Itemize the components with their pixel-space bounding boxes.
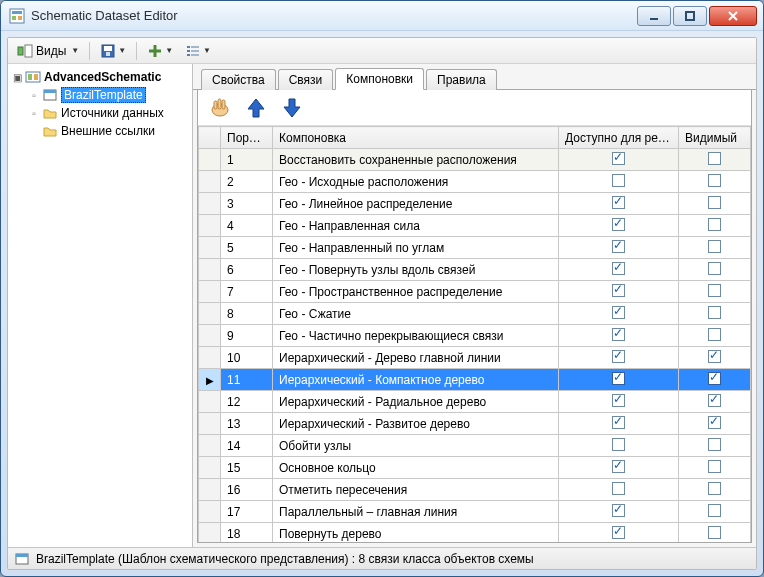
row-selector[interactable] xyxy=(199,523,221,543)
cell-layout-name[interactable]: Гео - Направленная сила xyxy=(273,215,559,237)
row-selector[interactable] xyxy=(199,281,221,303)
cell-visible[interactable] xyxy=(679,325,751,347)
cell-layout-name[interactable]: Параллельный – главная линия xyxy=(273,501,559,523)
close-button[interactable] xyxy=(709,6,757,26)
cell-visible[interactable] xyxy=(679,435,751,457)
minimize-button[interactable] xyxy=(637,6,671,26)
save-button[interactable]: ▼ xyxy=(95,40,131,62)
checkbox[interactable] xyxy=(708,284,721,297)
cell-order[interactable]: 6 xyxy=(221,259,273,281)
checkbox[interactable] xyxy=(708,262,721,275)
checkbox[interactable] xyxy=(612,328,625,341)
collapse-icon[interactable]: ▣ xyxy=(12,72,22,83)
checkbox[interactable] xyxy=(708,306,721,319)
cell-layout-name[interactable]: Отметить пересечения xyxy=(273,479,559,501)
cell-layout-name[interactable]: Иерархический - Развитое дерево xyxy=(273,413,559,435)
checkbox[interactable] xyxy=(612,262,625,275)
checkbox[interactable] xyxy=(612,174,625,187)
table-row[interactable]: 4Гео - Направленная сила xyxy=(199,215,751,237)
checkbox[interactable] xyxy=(612,152,625,165)
cell-editable[interactable] xyxy=(559,501,679,523)
grid-header-selector[interactable] xyxy=(199,127,221,149)
cell-editable[interactable] xyxy=(559,391,679,413)
cell-order[interactable]: 13 xyxy=(221,413,273,435)
row-selector[interactable] xyxy=(199,479,221,501)
row-selector[interactable] xyxy=(199,391,221,413)
cell-layout-name[interactable]: Гео - Исходные расположения xyxy=(273,171,559,193)
checkbox[interactable] xyxy=(708,504,721,517)
tree-root[interactable]: ▣ AdvancedSchematic xyxy=(10,68,190,86)
checkbox[interactable] xyxy=(612,504,625,517)
checkbox[interactable] xyxy=(612,218,625,231)
cell-layout-name[interactable]: Основное кольцо xyxy=(273,457,559,479)
cell-editable[interactable] xyxy=(559,523,679,543)
move-down-button[interactable] xyxy=(278,94,306,122)
row-selector[interactable] xyxy=(199,237,221,259)
cell-editable[interactable] xyxy=(559,259,679,281)
cell-layout-name[interactable]: Гео - Направленный по углам xyxy=(273,237,559,259)
cell-editable[interactable] xyxy=(559,413,679,435)
cell-order[interactable]: 14 xyxy=(221,435,273,457)
row-selector[interactable] xyxy=(199,347,221,369)
checkbox[interactable] xyxy=(708,438,721,451)
cell-layout-name[interactable]: Гео - Частично перекрывающиеся связи xyxy=(273,325,559,347)
row-selector[interactable] xyxy=(199,501,221,523)
checkbox[interactable] xyxy=(612,306,625,319)
row-selector[interactable] xyxy=(199,193,221,215)
cell-visible[interactable] xyxy=(679,501,751,523)
cell-layout-name[interactable]: Гео - Повернуть узлы вдоль связей xyxy=(273,259,559,281)
checkbox[interactable] xyxy=(612,482,625,495)
cell-editable[interactable] xyxy=(559,479,679,501)
cell-visible[interactable] xyxy=(679,479,751,501)
checkbox[interactable] xyxy=(612,526,625,539)
checkbox[interactable] xyxy=(708,240,721,253)
cell-visible[interactable] xyxy=(679,391,751,413)
table-row[interactable]: 12Иерархический - Радиальное дерево xyxy=(199,391,751,413)
checkbox[interactable] xyxy=(708,394,721,407)
checkbox[interactable] xyxy=(708,328,721,341)
cell-order[interactable]: 10 xyxy=(221,347,273,369)
list-button[interactable]: ▼ xyxy=(180,40,216,62)
checkbox[interactable] xyxy=(612,350,625,363)
cell-order[interactable]: 16 xyxy=(221,479,273,501)
cell-layout-name[interactable]: Иерархический - Радиальное дерево xyxy=(273,391,559,413)
cell-editable[interactable] xyxy=(559,347,679,369)
table-row[interactable]: 1Восстановить сохраненные расположения xyxy=(199,149,751,171)
cell-order[interactable]: 8 xyxy=(221,303,273,325)
grid-header-editable[interactable]: Доступно для редактирования xyxy=(559,127,679,149)
cell-editable[interactable] xyxy=(559,193,679,215)
cell-order[interactable]: 9 xyxy=(221,325,273,347)
checkbox[interactable] xyxy=(708,416,721,429)
grid-header-layout[interactable]: Компоновка xyxy=(273,127,559,149)
table-row[interactable]: 2Гео - Исходные расположения xyxy=(199,171,751,193)
checkbox[interactable] xyxy=(612,372,625,385)
cell-order[interactable]: 7 xyxy=(221,281,273,303)
cell-layout-name[interactable]: Повернуть дерево xyxy=(273,523,559,543)
checkbox[interactable] xyxy=(612,284,625,297)
table-row[interactable]: 16Отметить пересечения xyxy=(199,479,751,501)
cell-layout-name[interactable]: Обойти узлы xyxy=(273,435,559,457)
cell-editable[interactable] xyxy=(559,281,679,303)
row-selector[interactable] xyxy=(199,413,221,435)
table-row[interactable]: 6Гео - Повернуть узлы вдоль связей xyxy=(199,259,751,281)
row-selector[interactable] xyxy=(199,171,221,193)
cell-layout-name[interactable]: Восстановить сохраненные расположения xyxy=(273,149,559,171)
cell-layout-name[interactable]: Гео - Пространственное распределение xyxy=(273,281,559,303)
row-selector[interactable] xyxy=(199,435,221,457)
expand-icon[interactable]: ▫ xyxy=(29,90,39,101)
checkbox[interactable] xyxy=(612,438,625,451)
cell-visible[interactable] xyxy=(679,215,751,237)
cell-order[interactable]: 17 xyxy=(221,501,273,523)
row-selector[interactable] xyxy=(199,325,221,347)
cell-editable[interactable] xyxy=(559,325,679,347)
grid-header-visible[interactable]: Видимый xyxy=(679,127,751,149)
cell-visible[interactable] xyxy=(679,523,751,543)
cell-visible[interactable] xyxy=(679,303,751,325)
table-row[interactable]: 9Гео - Частично перекрывающиеся связи xyxy=(199,325,751,347)
cell-order[interactable]: 2 xyxy=(221,171,273,193)
cell-layout-name[interactable]: Иерархический - Дерево главной линии xyxy=(273,347,559,369)
cell-order[interactable]: 5 xyxy=(221,237,273,259)
add-button[interactable]: ▼ xyxy=(142,40,178,62)
row-selector[interactable] xyxy=(199,149,221,171)
tree-template[interactable]: ▫ BrazilTemplate xyxy=(10,86,190,104)
